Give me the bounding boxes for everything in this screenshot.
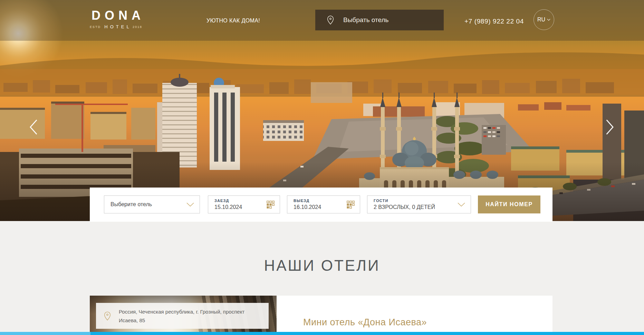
language-selector[interactable]: RU [534,9,554,30]
address-overlay: Россия, Чеченская республика, г. Грозный… [96,303,269,329]
checkin-value: 15.10.2024 [214,204,242,210]
guests-text: ГОСТИ 2 ВЗРОСЛЫХ, 0 ДЕТЕЙ [374,199,435,210]
logo-year: 2018 [133,25,142,29]
checkin-label: ЗАЕЗД [214,199,242,203]
progress-segment [0,332,90,335]
find-room-button[interactable]: НАЙТИ НОМЕР [478,195,540,213]
calendar-icon [347,201,355,209]
hotel-title-link[interactable]: Мини отель «Дона Исаева» [303,317,427,332]
guests-field[interactable]: ГОСТИ 2 ВЗРОСЛЫХ, 0 ДЕТЕЙ [367,195,471,213]
page: DONA ESTD HOTEL 2018 УЮТНО КАК ДОМА! Выб… [0,0,644,335]
booking-bar: Выберите отель ЗАЕЗД 15.10.2024 ВЫЕЗД [90,188,552,222]
site-header: DONA ESTD HOTEL 2018 УЮТНО КАК ДОМА! Выб… [0,0,644,41]
carousel-prev-button[interactable] [22,116,44,138]
carousel-next-button[interactable] [599,116,621,138]
hotel-select-value: Выберите отель [110,201,152,208]
progress-bar [0,332,644,335]
logo-hotel-word: HOTEL [104,24,131,29]
checkout-value: 16.10.2024 [294,204,321,210]
guests-value: 2 ВЗРОСЛЫХ, 0 ДЕТЕЙ [374,204,435,210]
logo[interactable]: DONA ESTD HOTEL 2018 [90,9,142,29]
choose-hotel-label: Выбрать отель [343,16,388,24]
location-pin-icon [327,15,334,25]
logo-title: DONA [90,9,146,22]
chevron-right-icon [605,119,615,135]
checkin-field[interactable]: ЗАЕЗД 15.10.2024 [208,195,280,213]
logo-estd: ESTD [90,25,101,29]
hotel-photo[interactable]: Россия, Чеченская республика, г. Грозный… [90,296,277,335]
language-label: RU [537,17,545,23]
hotel-address: Россия, Чеченская республика, г. Грозный… [119,303,269,329]
chevron-down-icon [547,19,550,21]
calendar-icon [267,201,275,209]
choose-hotel-button[interactable]: Выбрать отель [315,10,444,30]
section-title: НАШИ ОТЕЛИ [0,257,644,274]
phone-link[interactable]: +7 (989) 922 22 04 [464,18,524,25]
checkin-text: ЗАЕЗД 15.10.2024 [214,199,242,210]
guests-label: ГОСТИ [374,199,435,203]
checkout-label: ВЫЕЗД [294,199,321,203]
tagline: УЮТНО КАК ДОМА! [206,18,260,24]
logo-subtitle-row: ESTD HOTEL 2018 [90,24,142,29]
chevron-down-icon [186,202,194,207]
chevron-down-icon [457,202,465,207]
hotel-select[interactable]: Выберите отель [104,195,200,213]
hotel-card: Россия, Чеченская республика, г. Грозный… [90,296,552,335]
checkout-field[interactable]: ВЫЕЗД 16.10.2024 [287,195,360,213]
checkout-text: ВЫЕЗД 16.10.2024 [294,199,321,210]
chevron-left-icon [28,119,38,135]
hotel-card-body: Мини отель «Дона Исаева» [277,296,552,335]
location-pin-icon [96,311,119,321]
